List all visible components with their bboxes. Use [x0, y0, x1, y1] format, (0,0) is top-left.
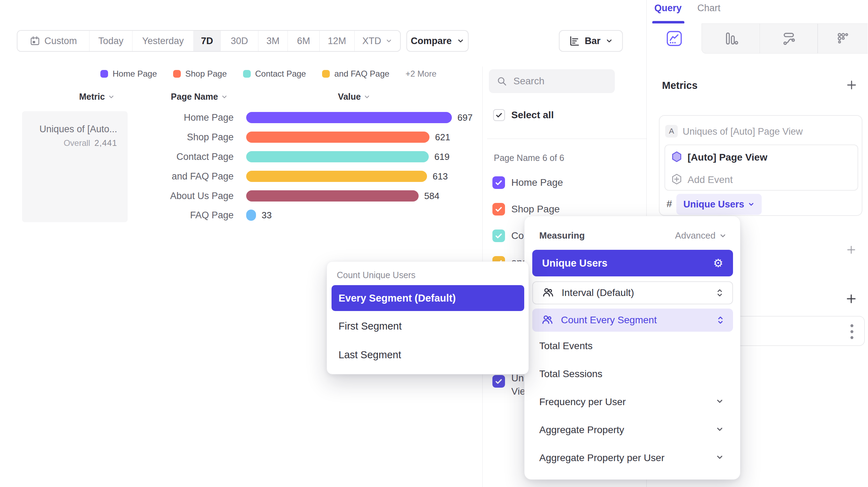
measuring-popup: Measuring Advanced Unique Users ⚙ Interv… [524, 216, 740, 480]
segment-option-every-segment[interactable]: Every Segment (Default) [332, 285, 524, 311]
segment-option-last-segment[interactable]: Last Segment [339, 349, 401, 361]
bar-contact-page[interactable] [246, 151, 429, 162]
legend-item-contact-page[interactable]: Contact Page [243, 69, 306, 79]
legend-search [489, 69, 615, 93]
measuring-option-total-sessions[interactable]: Total Sessions [539, 368, 603, 380]
chevron-down-icon [385, 37, 392, 44]
event-name[interactable]: [Auto] Page View [688, 152, 767, 163]
tab-query[interactable]: Query [654, 3, 682, 14]
column-header-metric[interactable]: Metric [79, 92, 115, 102]
date-range-yesterday[interactable]: Yesterday [133, 31, 194, 51]
row-label: FAQ Page [143, 210, 234, 221]
stepper-icon [716, 288, 723, 298]
count-segment-param-row[interactable]: Count Every Segment [532, 309, 733, 332]
measuring-option-aggregate-property-per-user[interactable]: Aggregate Property per User [539, 452, 664, 464]
legend-item-shop-page[interactable]: Shop Page [173, 69, 227, 79]
date-range-custom[interactable]: Custom [17, 31, 90, 51]
tab-chart[interactable]: Chart [697, 3, 720, 14]
column-header-value[interactable]: Value [338, 92, 370, 102]
legend-more-link[interactable]: +2 More [405, 69, 436, 79]
measuring-option-frequency-per-user[interactable]: Frequency per User [539, 396, 626, 408]
interval-param-row[interactable]: Interval (Default) [532, 281, 733, 304]
check-icon [495, 111, 503, 119]
metric-overall: Overall2,441 [22, 138, 117, 148]
check-icon [494, 178, 503, 187]
chevron-down-icon[interactable] [716, 397, 724, 405]
metric-card-title: Uniques of [Auto] Page View [683, 126, 803, 137]
chart-type-button[interactable]: Bar [559, 30, 623, 52]
legend-swatch [173, 70, 181, 78]
filter-label[interactable]: Home Page [511, 177, 563, 188]
date-range-3m[interactable]: 3M [258, 31, 288, 51]
date-range-control: Custom Today Yesterday 7D 30D 3M 6M 12M … [17, 30, 401, 52]
chart-type-tab-insights[interactable] [647, 23, 702, 54]
table-row: 619 [246, 151, 449, 162]
table-row: 621 [246, 132, 450, 143]
date-range-xtd[interactable]: XTD [355, 31, 400, 51]
date-range-30d[interactable]: 30D [221, 31, 258, 51]
add-breakdown-button[interactable] [846, 294, 856, 304]
retention-icon [835, 30, 851, 47]
add-event-label[interactable]: Add Event [688, 174, 733, 185]
date-range-6m[interactable]: 6M [288, 31, 320, 51]
column-header-page-name[interactable]: Page Name [171, 92, 228, 102]
row-label: and FAQ Page [143, 171, 234, 182]
table-row: 613 [246, 171, 448, 182]
filter-checkbox-home-page[interactable] [492, 176, 505, 189]
chart-type-tab-flows[interactable] [760, 23, 818, 54]
bar-value: 697 [457, 112, 472, 123]
date-range-today[interactable]: Today [90, 31, 133, 51]
filter-checkbox-contact-page[interactable] [492, 230, 505, 242]
bar-and-faq-page[interactable] [246, 171, 427, 182]
bar-shop-page[interactable] [246, 132, 429, 143]
measuring-selected-option[interactable]: Unique Users ⚙ [532, 250, 733, 276]
sort-chevron-icon [221, 93, 228, 100]
metric-card: A Uniques of [Auto] Page View [Auto] Pag… [659, 115, 862, 216]
filter-checkbox-metric[interactable] [492, 375, 505, 388]
measuring-option-aggregate-property[interactable]: Aggregate Property [539, 424, 624, 436]
chevron-down-icon [719, 232, 727, 240]
measuring-option-total-events[interactable]: Total Events [539, 340, 593, 352]
insights-icon [666, 30, 682, 47]
advanced-toggle[interactable]: Advanced [675, 230, 727, 241]
bar-value: 613 [433, 171, 448, 182]
filter-label[interactable]: Shop Page [511, 204, 560, 215]
bar-value: 619 [434, 151, 449, 162]
chevron-down-icon[interactable] [716, 425, 724, 433]
bar-faq-page[interactable] [246, 210, 256, 221]
add-metric-button[interactable] [846, 79, 858, 91]
flows-icon [781, 30, 797, 47]
chart-type-tab-funnels[interactable] [702, 23, 760, 54]
metrics-heading: Metrics [662, 80, 698, 91]
date-range-12m[interactable]: 12M [320, 31, 355, 51]
add-event-icon [671, 173, 683, 185]
gear-icon[interactable]: ⚙ [713, 257, 723, 269]
kebab-menu-icon[interactable] [850, 323, 854, 340]
chart-legend: Home Page Shop Page Contact Page and FAQ… [100, 69, 436, 79]
chart-type-tab-retention[interactable] [818, 23, 868, 54]
legend-item-and-faq-page[interactable]: and FAQ Page [322, 69, 389, 79]
table-row: 33 [246, 210, 272, 221]
row-label: About Us Page [143, 190, 234, 202]
segment-option-first-segment[interactable]: First Segment [339, 320, 402, 332]
row-label: Contact Page [143, 151, 234, 162]
aggregation-chip[interactable]: Unique Users [676, 194, 762, 215]
filter-checkbox-shop-page[interactable] [492, 203, 505, 216]
date-range-7d[interactable]: 7D [194, 31, 221, 51]
bar-about-us-page[interactable] [246, 190, 419, 202]
search-input[interactable] [513, 76, 601, 87]
calendar-icon [30, 36, 40, 46]
bar-home-page[interactable] [246, 112, 452, 123]
add-filter-button[interactable] [846, 245, 856, 255]
stepper-icon [717, 315, 724, 325]
select-all-checkbox[interactable] [493, 109, 505, 121]
analytics-app-screen: Custom Today Yesterday 7D 30D 3M 6M 12M … [0, 0, 868, 487]
bar-value: 621 [435, 132, 450, 143]
legend-swatch [243, 70, 251, 78]
compare-button[interactable]: Compare [406, 30, 469, 52]
chevron-down-icon[interactable] [716, 453, 724, 461]
legend-swatch [322, 70, 330, 78]
legend-item-home-page[interactable]: Home Page [100, 69, 157, 79]
metric-name: Uniques of [Auto... [22, 124, 117, 135]
legend-group-label: Page Name 6 of 6 [494, 153, 564, 163]
